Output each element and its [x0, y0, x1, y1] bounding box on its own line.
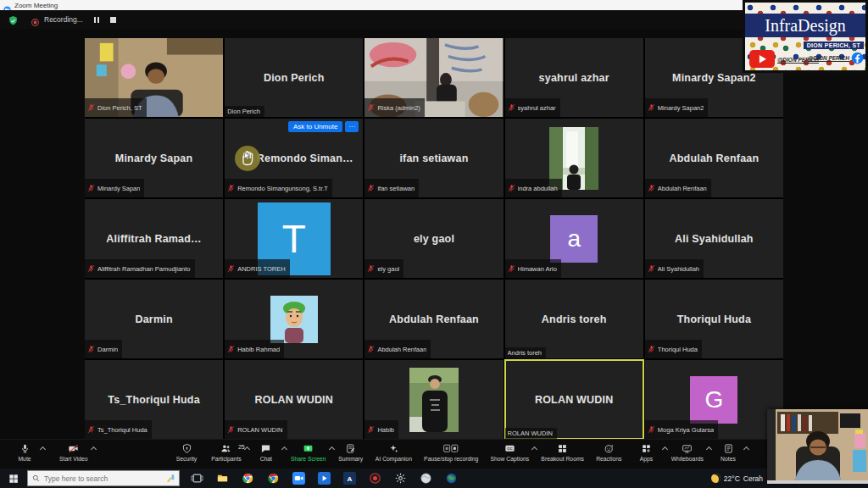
participant-tile[interactable]: ifan setiawanifan setiawan	[364, 119, 503, 197]
participant-tile[interactable]: Abdulah RenfaanAbdulah Renfaan	[364, 280, 503, 358]
start-button[interactable]	[0, 469, 27, 488]
facebook-icon	[851, 52, 864, 64]
participant-tile[interactable]: ROLAN WUDINROLAN WUDIN	[225, 360, 363, 439]
muted-mic-icon	[367, 422, 375, 437]
chevron-up-icon[interactable]	[531, 446, 537, 452]
start-video-label: Start Video	[59, 456, 88, 462]
participant-tile[interactable]: Habib	[364, 360, 503, 439]
participant-tile[interactable]: Dion PerichDion Perich	[225, 38, 363, 117]
participants-button[interactable]: Participants25	[211, 443, 242, 462]
pause-recording-button[interactable]	[94, 17, 99, 23]
participant-name-label: Moga Kriya Gularsa	[645, 420, 718, 439]
video-off-icon	[68, 443, 79, 455]
taskview-icon[interactable]	[186, 469, 207, 488]
weather-icon[interactable]	[711, 474, 721, 483]
muted-mic-icon	[367, 180, 375, 196]
participant-name-label: Dion Perich, ST	[85, 98, 147, 117]
participant-tile[interactable]: DarminDarmin	[85, 280, 223, 358]
participant-tile[interactable]: Remondo Siman…Remondo Simangunsong, S.tr…	[225, 119, 363, 197]
security-button[interactable]: Security	[174, 443, 199, 462]
zoomapp-icon[interactable]	[288, 469, 309, 488]
participant-tile[interactable]: aHimawan Ario	[505, 199, 643, 278]
participants-label: Participants	[211, 456, 242, 462]
shield-icon	[181, 443, 192, 455]
muted-mic-icon	[367, 100, 375, 115]
participant-tile[interactable]: GMoga Kriya Gularsa	[645, 360, 783, 439]
autocad-icon[interactable]: A	[339, 469, 359, 488]
muted-mic-icon	[648, 261, 655, 276]
participant-tile[interactable]: Abdulah RenfaanAbdulah Renfaan	[645, 119, 783, 197]
weather-desc[interactable]: Cerah	[743, 474, 763, 483]
movies-icon[interactable]	[314, 469, 334, 488]
apps-button[interactable]: Apps	[634, 443, 659, 462]
zoom-meeting-window: Zoom Meeting Recording... Dion Perich, S…	[0, 0, 868, 488]
mute-label: Mute	[18, 456, 31, 462]
participant-tile[interactable]: ROLAN WUDINROLAN WUDIN	[505, 360, 643, 439]
pause-stop-recording-button[interactable]: Pause/stop recording	[424, 443, 478, 462]
recorder-icon[interactable]	[364, 469, 385, 488]
summary-button[interactable]: Summary	[338, 443, 364, 462]
participant-tile[interactable]: TANDRIS TOREH	[225, 199, 363, 278]
chevron-up-icon[interactable]	[706, 446, 712, 452]
muted-mic-icon	[87, 100, 95, 115]
muted-mic-icon	[87, 341, 95, 357]
stop-recording-button[interactable]	[110, 17, 116, 23]
notes-button[interactable]: Notes	[715, 443, 741, 462]
participant-tile[interactable]: indra abdullah	[505, 119, 643, 197]
participant-tile[interactable]: Minardy SapanMinardy Sapan	[85, 119, 223, 197]
ai-companion-button[interactable]: AI Companion	[376, 443, 412, 462]
people-icon	[220, 443, 231, 455]
muted-mic-icon	[227, 261, 235, 276]
chevron-up-icon[interactable]	[329, 446, 335, 452]
explorer-icon[interactable]	[212, 469, 232, 488]
participant-tile[interactable]: Aliffitrah Ramad…Aliffitrah Ramadhan Pam…	[85, 199, 223, 278]
ask-to-unmute-popup: Ask to Unmute···	[288, 121, 359, 132]
participant-tile[interactable]: Dion Perich, ST	[85, 38, 223, 117]
tile-more-options-button[interactable]: ···	[345, 121, 359, 132]
share-screen-button[interactable]: Share Screen	[291, 443, 326, 462]
participant-tile[interactable]: Andris torehAndris toreh	[505, 280, 643, 358]
meeting-info-shield-icon[interactable]	[8, 14, 19, 25]
participant-tile[interactable]: Ali SyahidullahAli Syahidullah	[645, 199, 783, 278]
participant-name-label: ifan setiawan	[364, 179, 419, 197]
chevron-up-icon[interactable]	[40, 446, 46, 452]
globe-icon[interactable]	[441, 469, 461, 488]
taskbar-search[interactable]	[27, 470, 180, 486]
participant-name-label: Ts_Thoriqul Huda	[85, 420, 152, 439]
participant-tile[interactable]: Thoriqul HudaThoriqul Huda	[645, 280, 783, 358]
chevron-up-icon[interactable]	[661, 446, 667, 452]
participant-tile[interactable]: Riska (admin2)	[364, 38, 503, 117]
muted-mic-icon	[508, 100, 515, 115]
start-video-button[interactable]: Start Video	[59, 443, 88, 462]
settings-icon[interactable]	[390, 469, 410, 488]
participant-tile[interactable]: Habib Rahmad	[225, 280, 363, 358]
chrome2-icon[interactable]	[263, 469, 283, 488]
participant-name-label: Riska (admin2)	[364, 98, 424, 117]
chevron-up-icon[interactable]	[90, 446, 96, 452]
banner-brand-text: InfraDesign	[765, 16, 846, 36]
participant-tile[interactable]: syahrul azharsyahrul azhar	[505, 38, 643, 117]
chevron-up-icon[interactable]	[743, 446, 749, 452]
breakout-rooms-button[interactable]: Breakout Rooms	[541, 443, 584, 462]
taskbar-app-icons: A	[186, 469, 461, 488]
participant-tile[interactable]: Ts_Thoriqul HudaTs_Thoriqul Huda	[85, 360, 223, 439]
weather-temp[interactable]: 22°C	[724, 474, 740, 483]
recording-label: Recording...	[44, 15, 83, 24]
earth-icon[interactable]	[415, 469, 436, 488]
show-captions-button[interactable]: CCShow Captions	[490, 443, 529, 462]
muted-mic-icon	[367, 341, 375, 357]
ask-to-unmute-button[interactable]: Ask to Unmute	[288, 121, 342, 132]
muted-mic-icon	[508, 261, 515, 276]
search-input[interactable]	[44, 474, 137, 483]
taskbar-tray: 22°C Cerah	[711, 474, 763, 483]
chevron-up-icon[interactable]	[281, 446, 287, 452]
chat-button[interactable]: Chat	[253, 443, 279, 462]
mute-button[interactable]: Mute	[12, 443, 37, 462]
whiteboards-button[interactable]: Whiteboards	[671, 443, 704, 462]
reactions-label: Reactions	[596, 456, 621, 462]
reactions-button[interactable]: Reactions	[596, 443, 621, 462]
summary-icon	[345, 443, 356, 455]
participant-tile[interactable]: ely gaolely gaol	[364, 199, 503, 278]
toolbar-center-group: SecurityParticipants25ChatShare ScreenSu…	[174, 440, 741, 464]
chrome-icon[interactable]	[237, 469, 258, 488]
